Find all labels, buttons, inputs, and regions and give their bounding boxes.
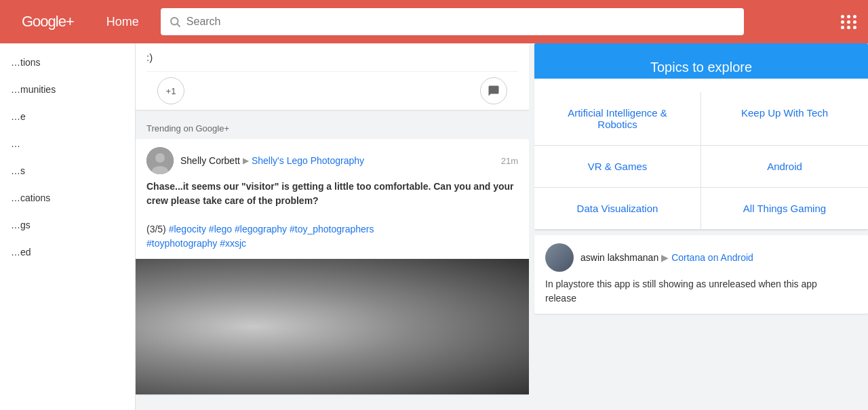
- topic-android[interactable]: Android: [701, 146, 868, 188]
- apps-menu-button[interactable]: [841, 15, 857, 29]
- plus-one-button[interactable]: +1: [157, 77, 184, 104]
- social-body: In playstore this app is still showing a…: [545, 277, 857, 306]
- post-text-bold: Chase...it seems our "visitor" is gettin…: [146, 181, 513, 206]
- social-community[interactable]: Cortana on Android: [671, 252, 753, 263]
- social-avatar: [545, 243, 574, 272]
- post-card: Shelly Corbett ▶ Shelly's Lego Photograp…: [136, 139, 529, 394]
- svg-point-3: [155, 153, 165, 163]
- social-meta: aswin lakshmanan ▶ Cortana on Android: [580, 252, 857, 263]
- svg-line-1: [177, 24, 180, 26]
- topic-keep-up-tech[interactable]: Keep Up With Tech: [701, 92, 868, 146]
- topic-vr-games[interactable]: VR & Games: [534, 146, 701, 188]
- search-bar: [161, 8, 744, 35]
- trending-header: Trending on Google+: [136, 115, 529, 139]
- smiley-card: :) +1: [136, 43, 529, 110]
- post-author-line: Shelly Corbett ▶ Shelly's Lego Photograp…: [180, 155, 518, 166]
- topic-ai-robotics[interactable]: Artificial Intelligence &Robotics: [534, 92, 701, 146]
- social-card: aswin lakshmanan ▶ Cortana on Android In…: [534, 235, 868, 314]
- avatar: [146, 147, 174, 174]
- post-hashtags-1: (3/5) #legocity #lego #legography #toy_p…: [146, 222, 518, 237]
- card-actions: +1: [146, 71, 518, 110]
- home-nav[interactable]: Home: [96, 15, 150, 29]
- topics-header: Topics to explore: [534, 43, 868, 91]
- hashtag-legocity[interactable]: #legocity: [169, 224, 206, 234]
- topics-grid: Artificial Intelligence &Robotics Keep U…: [534, 91, 868, 230]
- post-meta: Shelly Corbett ▶ Shelly's Lego Photograp…: [180, 155, 518, 166]
- sidebar-item-4[interactable]: …: [0, 130, 135, 157]
- hashtag-lego[interactable]: #lego: [209, 224, 232, 234]
- sidebar-item-notifications[interactable]: …tions: [0, 49, 135, 76]
- sidebar-item-communities[interactable]: …munities: [0, 76, 135, 103]
- sidebar-item-8[interactable]: …ed: [0, 239, 135, 266]
- topics-card: Topics to explore Artificial Intelligenc…: [534, 43, 868, 230]
- social-post-header: aswin lakshmanan ▶ Cortana on Android: [545, 243, 857, 272]
- comment-icon: [488, 85, 500, 97]
- hashtag-legography[interactable]: #legography: [235, 224, 287, 234]
- post-count: (3/5): [146, 224, 169, 234]
- main-layout: …tions …munities …e … …s …cations …gs …e…: [0, 43, 868, 410]
- search-icon: [169, 16, 181, 28]
- header: Google+ Home: [0, 0, 868, 43]
- hashtag-toyphotography[interactable]: #toyphotography: [146, 238, 217, 249]
- post-header: Shelly Corbett ▶ Shelly's Lego Photograp…: [136, 139, 529, 180]
- social-author-line: aswin lakshmanan ▶ Cortana on Android: [580, 252, 857, 263]
- center-feed: :) +1 Trending on Google+: [136, 43, 529, 410]
- topic-gaming[interactable]: All Things Gaming: [701, 188, 868, 230]
- post-image: [136, 259, 529, 394]
- sidebar: …tions …munities …e … …s …cations …gs …e…: [0, 43, 136, 410]
- search-input[interactable]: [186, 16, 736, 28]
- google-plus-logo[interactable]: Google+: [11, 13, 85, 30]
- right-sidebar: Topics to explore Artificial Intelligenc…: [529, 43, 868, 410]
- social-arrow: ▶: [661, 252, 669, 263]
- topic-data-viz[interactable]: Data Visualization: [534, 188, 701, 230]
- sidebar-item-locations[interactable]: …cations: [0, 184, 135, 211]
- author-name: Shelly Corbett: [180, 155, 240, 166]
- sidebar-item-settings[interactable]: …gs: [0, 211, 135, 239]
- svg-point-0: [171, 18, 178, 25]
- sidebar-item-5[interactable]: …s: [0, 157, 135, 184]
- smiley-text: :): [146, 52, 518, 71]
- comment-button[interactable]: [480, 77, 507, 104]
- post-arrow: ▶: [243, 156, 249, 165]
- hashtag-toy-photographers[interactable]: #toy_photographers: [290, 224, 374, 234]
- sidebar-item-3[interactable]: …e: [0, 103, 135, 130]
- post-image-inner: [136, 259, 529, 394]
- post-time: 21m: [501, 156, 518, 166]
- post-community[interactable]: Shelly's Lego Photography: [252, 155, 364, 166]
- social-author: aswin lakshmanan: [580, 252, 658, 263]
- post-body: Chase...it seems our "visitor" is gettin…: [136, 180, 529, 259]
- hashtag-xxsjc[interactable]: #xxsjc: [220, 238, 246, 249]
- avatar-image: [146, 147, 174, 174]
- post-hashtags-2: #toyphotography #xxsjc: [146, 237, 518, 251]
